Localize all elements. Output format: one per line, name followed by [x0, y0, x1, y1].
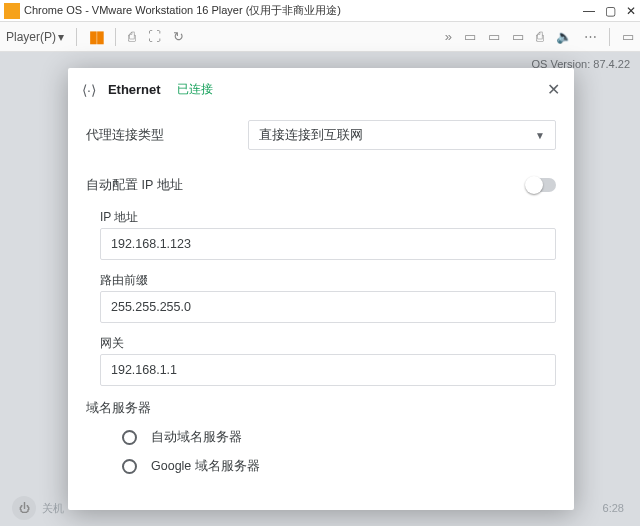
usb-icon[interactable]: ⋯: [584, 29, 597, 44]
pause-icon[interactable]: ▮▮: [89, 27, 103, 46]
hdd-icon[interactable]: ▭: [464, 29, 476, 44]
auto-ip-label: 自动配置 IP 地址: [86, 177, 183, 194]
proxy-type-value: 直接连接到互联网: [259, 127, 363, 144]
ip-address-label: IP 地址: [100, 209, 556, 226]
ip-address-input[interactable]: 192.168.1.123: [100, 228, 556, 260]
sound-icon[interactable]: 🔈: [556, 29, 572, 44]
maximize-button[interactable]: ▢: [605, 4, 616, 18]
route-prefix-input[interactable]: 255.255.255.0: [100, 291, 556, 323]
app-icon: [4, 3, 20, 19]
route-prefix-label: 路由前缀: [100, 272, 556, 289]
power-button[interactable]: ⏻: [12, 496, 36, 520]
network-details-modal: ⟨·⟩ Ethernet 已连接 ✕ 代理连接类型 直接连接到互联网 ▼ 自动配…: [68, 68, 574, 510]
back-icon[interactable]: ⟨·⟩: [82, 82, 96, 98]
shutdown-label: 关机: [42, 501, 64, 516]
window-titlebar: Chrome OS - VMware Workstation 16 Player…: [0, 0, 640, 22]
printer-icon[interactable]: ⎙: [536, 29, 544, 44]
fullscreen-icon[interactable]: ⛶: [148, 29, 161, 44]
chevron-down-icon: ▾: [58, 30, 64, 44]
dns-option-auto[interactable]: 自动域名服务器: [86, 423, 556, 452]
guest-screen: OS Version: 87.4.22 ⟨·⟩ Ethernet 已连接 ✕ 代…: [0, 52, 640, 526]
separator: [609, 28, 610, 46]
gateway-input[interactable]: 192.168.1.1: [100, 354, 556, 386]
minimize-button[interactable]: —: [583, 4, 595, 18]
chevron-down-icon: ▼: [535, 130, 545, 141]
clock: 6:28: [603, 502, 624, 514]
separator: [115, 28, 116, 46]
proxy-type-select[interactable]: 直接连接到互联网 ▼: [248, 120, 556, 150]
radio-icon: [122, 430, 137, 445]
player-menu[interactable]: Player(P) ▾: [6, 30, 64, 44]
modal-title: Ethernet: [108, 82, 161, 97]
manage-icon[interactable]: ▭: [622, 29, 634, 44]
dns-section-label: 域名服务器: [86, 400, 556, 417]
gateway-label: 网关: [100, 335, 556, 352]
shelf: ⏻ 关机 6:28: [0, 496, 640, 520]
unity-icon[interactable]: ↻: [173, 29, 184, 44]
proxy-type-label: 代理连接类型: [86, 127, 248, 144]
connection-status: 已连接: [177, 81, 213, 98]
separator: [76, 28, 77, 46]
close-icon[interactable]: ✕: [547, 80, 560, 99]
vmware-toolbar: Player(P) ▾ ▮▮ ⎙ ⛶ ↻ » ▭ ▭ ▭ ⎙ 🔈 ⋯ ▭: [0, 22, 640, 52]
send-ctrl-alt-del-icon[interactable]: ⎙: [128, 29, 136, 44]
dns-option-google[interactable]: Google 域名服务器: [86, 452, 556, 481]
auto-ip-toggle[interactable]: [526, 178, 556, 192]
device-icon[interactable]: »: [445, 29, 452, 44]
close-window-button[interactable]: ✕: [626, 4, 636, 18]
cd-icon[interactable]: ▭: [488, 29, 500, 44]
net-icon[interactable]: ▭: [512, 29, 524, 44]
radio-icon: [122, 459, 137, 474]
window-title: Chrome OS - VMware Workstation 16 Player…: [24, 3, 341, 18]
